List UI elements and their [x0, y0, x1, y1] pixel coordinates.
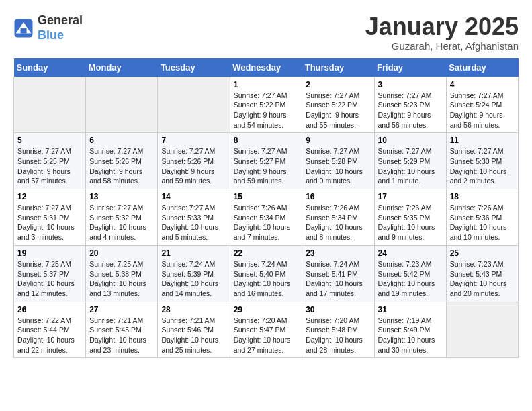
day-number: 17 — [378, 192, 443, 201]
day-number: 23 — [306, 248, 370, 258]
day-number: 15 — [234, 192, 299, 201]
day-info: Sunrise: 7:27 AMSunset: 5:27 PMDaylight:… — [234, 146, 299, 186]
day-info: Sunrise: 7:24 AMSunset: 5:39 PMDaylight:… — [161, 259, 226, 299]
day-number: 4 — [450, 80, 515, 89]
day-info: Sunrise: 7:26 AMSunset: 5:34 PMDaylight:… — [306, 203, 370, 242]
day-info: Sunrise: 7:22 AMSunset: 5:44 PMDaylight:… — [17, 316, 82, 355]
day-number: 27 — [89, 305, 154, 314]
calendar-cell: 31Sunrise: 7:19 AMSunset: 5:49 PMDayligh… — [374, 302, 446, 358]
day-number: 24 — [378, 248, 443, 258]
day-number: 5 — [17, 136, 82, 145]
logo-line2: Blue — [38, 28, 83, 43]
day-number: 13 — [89, 192, 154, 201]
day-info: Sunrise: 7:25 AMSunset: 5:37 PMDaylight:… — [17, 259, 82, 299]
calendar-title: January 2025 — [365, 13, 519, 40]
calendar-cell: 5Sunrise: 7:27 AMSunset: 5:25 PMDaylight… — [14, 133, 86, 189]
weekday-header-sunday: Sunday — [14, 58, 86, 77]
calendar-week-row: 5Sunrise: 7:27 AMSunset: 5:25 PMDaylight… — [14, 133, 519, 189]
calendar-cell: 1Sunrise: 7:27 AMSunset: 5:22 PMDaylight… — [230, 77, 302, 133]
day-info: Sunrise: 7:27 AMSunset: 5:26 PMDaylight:… — [161, 146, 226, 186]
calendar-cell: 2Sunrise: 7:27 AMSunset: 5:22 PMDaylight… — [302, 77, 374, 133]
day-info: Sunrise: 7:27 AMSunset: 5:25 PMDaylight:… — [17, 146, 82, 186]
day-number: 3 — [378, 80, 443, 89]
day-info: Sunrise: 7:27 AMSunset: 5:28 PMDaylight:… — [306, 146, 370, 186]
calendar-cell: 25Sunrise: 7:23 AMSunset: 5:43 PMDayligh… — [446, 245, 518, 302]
day-number: 6 — [89, 136, 154, 145]
day-number: 20 — [89, 248, 154, 258]
calendar-subtitle: Guzarah, Herat, Afghanistan — [365, 40, 519, 52]
day-info: Sunrise: 7:21 AMSunset: 5:46 PMDaylight:… — [161, 316, 226, 355]
day-info: Sunrise: 7:27 AMSunset: 5:30 PMDaylight:… — [450, 146, 515, 186]
day-info: Sunrise: 7:24 AMSunset: 5:41 PMDaylight:… — [306, 259, 370, 299]
day-number: 9 — [306, 136, 370, 145]
day-info: Sunrise: 7:27 AMSunset: 5:22 PMDaylight:… — [234, 91, 299, 130]
calendar-cell: 17Sunrise: 7:26 AMSunset: 5:35 PMDayligh… — [374, 189, 446, 246]
calendar-cell: 30Sunrise: 7:20 AMSunset: 5:48 PMDayligh… — [302, 302, 374, 358]
day-info: Sunrise: 7:20 AMSunset: 5:48 PMDaylight:… — [306, 316, 370, 355]
calendar-cell: 20Sunrise: 7:25 AMSunset: 5:38 PMDayligh… — [86, 245, 158, 302]
weekday-header-row: SundayMondayTuesdayWednesdayThursdayFrid… — [14, 58, 519, 77]
day-info: Sunrise: 7:26 AMSunset: 5:35 PMDaylight:… — [378, 203, 443, 242]
logo-icon — [13, 18, 34, 38]
calendar-cell: 7Sunrise: 7:27 AMSunset: 5:26 PMDaylight… — [158, 133, 230, 189]
day-info: Sunrise: 7:27 AMSunset: 5:33 PMDaylight:… — [161, 203, 226, 242]
calendar-cell — [446, 302, 518, 358]
day-info: Sunrise: 7:27 AMSunset: 5:29 PMDaylight:… — [378, 146, 443, 186]
calendar-table: SundayMondayTuesdayWednesdayThursdayFrid… — [13, 58, 519, 359]
calendar-cell: 13Sunrise: 7:27 AMSunset: 5:32 PMDayligh… — [86, 189, 158, 246]
day-number: 28 — [161, 305, 226, 314]
calendar-cell: 21Sunrise: 7:24 AMSunset: 5:39 PMDayligh… — [158, 245, 230, 302]
calendar-cell: 10Sunrise: 7:27 AMSunset: 5:29 PMDayligh… — [374, 133, 446, 189]
calendar-cell: 14Sunrise: 7:27 AMSunset: 5:33 PMDayligh… — [158, 189, 230, 246]
calendar-cell: 4Sunrise: 7:27 AMSunset: 5:24 PMDaylight… — [446, 77, 518, 133]
calendar-cell: 28Sunrise: 7:21 AMSunset: 5:46 PMDayligh… — [158, 302, 230, 358]
weekday-header-friday: Friday — [374, 58, 446, 77]
weekday-header-saturday: Saturday — [446, 58, 518, 77]
calendar-cell: 3Sunrise: 7:27 AMSunset: 5:23 PMDaylight… — [374, 77, 446, 133]
day-info: Sunrise: 7:24 AMSunset: 5:40 PMDaylight:… — [234, 259, 299, 299]
day-number: 1 — [234, 80, 299, 89]
calendar-cell: 22Sunrise: 7:24 AMSunset: 5:40 PMDayligh… — [230, 245, 302, 302]
day-number: 7 — [161, 136, 226, 145]
day-number: 30 — [306, 305, 370, 314]
weekday-header-monday: Monday — [86, 58, 158, 77]
day-info: Sunrise: 7:27 AMSunset: 5:31 PMDaylight:… — [17, 203, 82, 242]
day-number: 25 — [450, 248, 515, 258]
day-number: 29 — [234, 305, 299, 314]
day-info: Sunrise: 7:25 AMSunset: 5:38 PMDaylight:… — [89, 259, 154, 299]
day-info: Sunrise: 7:23 AMSunset: 5:42 PMDaylight:… — [378, 259, 443, 299]
calendar-cell: 26Sunrise: 7:22 AMSunset: 5:44 PMDayligh… — [14, 302, 86, 358]
day-info: Sunrise: 7:27 AMSunset: 5:22 PMDaylight:… — [306, 91, 370, 130]
calendar-cell: 27Sunrise: 7:21 AMSunset: 5:45 PMDayligh… — [86, 302, 158, 358]
day-number: 22 — [234, 248, 299, 258]
day-number: 8 — [234, 136, 299, 145]
day-info: Sunrise: 7:21 AMSunset: 5:45 PMDaylight:… — [89, 316, 154, 355]
calendar-cell: 15Sunrise: 7:26 AMSunset: 5:34 PMDayligh… — [230, 189, 302, 246]
day-number: 14 — [161, 192, 226, 201]
calendar-cell: 16Sunrise: 7:26 AMSunset: 5:34 PMDayligh… — [302, 189, 374, 246]
svg-rect-2 — [21, 28, 27, 34]
day-number: 10 — [378, 136, 443, 145]
day-number: 31 — [378, 305, 443, 314]
day-info: Sunrise: 7:19 AMSunset: 5:49 PMDaylight:… — [378, 316, 443, 355]
calendar-cell: 19Sunrise: 7:25 AMSunset: 5:37 PMDayligh… — [14, 245, 86, 302]
day-number: 19 — [17, 248, 82, 258]
calendar-week-row: 26Sunrise: 7:22 AMSunset: 5:44 PMDayligh… — [14, 302, 519, 358]
weekday-header-thursday: Thursday — [302, 58, 374, 77]
calendar-cell: 12Sunrise: 7:27 AMSunset: 5:31 PMDayligh… — [14, 189, 86, 246]
logo: General Blue — [13, 13, 83, 42]
day-info: Sunrise: 7:27 AMSunset: 5:32 PMDaylight:… — [89, 203, 154, 242]
logo-line1: General — [38, 13, 83, 28]
day-number: 16 — [306, 192, 370, 201]
day-info: Sunrise: 7:27 AMSunset: 5:23 PMDaylight:… — [378, 91, 443, 130]
day-info: Sunrise: 7:23 AMSunset: 5:43 PMDaylight:… — [450, 259, 515, 299]
calendar-week-row: 12Sunrise: 7:27 AMSunset: 5:31 PMDayligh… — [14, 189, 519, 246]
day-info: Sunrise: 7:26 AMSunset: 5:36 PMDaylight:… — [450, 203, 515, 242]
title-block: January 2025 Guzarah, Herat, Afghanistan — [365, 13, 519, 52]
day-number: 26 — [17, 305, 82, 314]
day-info: Sunrise: 7:20 AMSunset: 5:47 PMDaylight:… — [234, 316, 299, 355]
calendar-cell: 11Sunrise: 7:27 AMSunset: 5:30 PMDayligh… — [446, 133, 518, 189]
day-info: Sunrise: 7:27 AMSunset: 5:26 PMDaylight:… — [89, 146, 154, 186]
weekday-header-tuesday: Tuesday — [158, 58, 230, 77]
page-header: General Blue January 2025 Guzarah, Herat… — [13, 13, 519, 52]
